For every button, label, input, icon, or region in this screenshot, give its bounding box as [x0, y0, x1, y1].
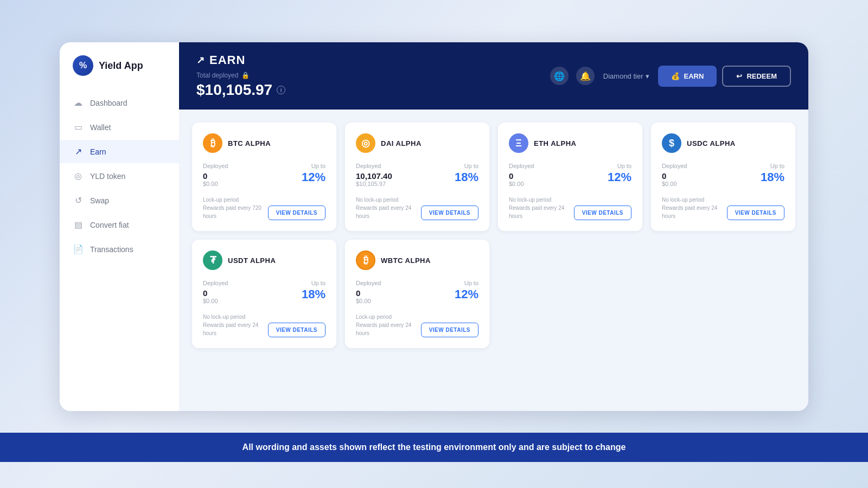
eth-coin-icon: Ξ	[509, 133, 528, 153]
wbtc-lock-info: Lock-up period Rewards paid every 24 hou…	[356, 313, 421, 337]
sidebar-item-convert-fiat[interactable]: ▤ Convert fiat	[60, 213, 179, 236]
header-amount: $10,105.97 i	[196, 81, 285, 99]
cards-grid-row2: ₮ USDT ALPHA Deployed 0 $0.00 Up to	[192, 240, 795, 348]
wbtc-view-details-button[interactable]: VIEW DETAILS	[421, 323, 478, 337]
usdt-up-to-label: Up to	[302, 280, 326, 286]
dai-deployed: Deployed 10,107.40 $10,105.97	[356, 163, 392, 187]
deployed-info-icon: 🔒	[241, 72, 250, 79]
usdt-deployed-usd: $0.00	[203, 298, 228, 304]
sidebar-item-earn[interactable]: ↗ Earn	[60, 140, 179, 163]
earn-button[interactable]: 💰 EARN	[658, 66, 717, 87]
btc-card-body: Deployed 0 $0.00 Up to 12%	[203, 163, 326, 187]
convert-icon: ▤	[73, 220, 84, 230]
eth-lock-info: No lock-up period Rewards paid every 24 …	[509, 196, 574, 220]
dai-percent: 18%	[455, 170, 478, 184]
sidebar-label-dashboard: Dashboard	[90, 99, 127, 107]
sidebar-item-wallet[interactable]: ▭ Wallet	[60, 115, 179, 139]
eth-deployed-label: Deployed	[509, 163, 534, 169]
sidebar-item-yld-token[interactable]: ◎ YLD token	[60, 164, 179, 188]
header-title: ↗ EARN	[196, 53, 285, 67]
btc-view-details-button[interactable]: VIEW DETAILS	[268, 206, 326, 220]
eth-up-to: Up to 12%	[608, 163, 631, 184]
swap-icon: ↺	[73, 195, 84, 206]
chevron-down-icon: ▾	[646, 72, 649, 80]
header-right: 🌐 🔔 Diamond tier ▾ 💰 EARN	[550, 66, 791, 87]
sidebar-logo: % Yield App	[60, 55, 179, 91]
wallet-icon: ▭	[73, 122, 84, 132]
eth-card-title: ETH ALPHA	[534, 139, 576, 147]
bottom-notice: All wording and assets shown reflect the…	[0, 433, 868, 462]
globe-button[interactable]: 🌐	[550, 67, 569, 85]
usdc-deployed: Deployed 0 $0.00	[662, 163, 687, 187]
card-usdc-header: $ USDC ALPHA	[662, 133, 784, 153]
earn-btn-icon: 💰	[671, 72, 680, 80]
eth-percent: 12%	[608, 170, 631, 184]
card-wbtc-header: ₿ WBTC ALPHA	[356, 251, 478, 270]
dai-card-footer: No lock-up period Rewards paid every 24 …	[356, 196, 478, 220]
card-usdt-alpha: ₮ USDT ALPHA Deployed 0 $0.00 Up to	[192, 240, 336, 348]
usdc-deployed-usd: $0.00	[662, 181, 687, 187]
usdt-lock-info: No lock-up period Rewards paid every 24 …	[203, 313, 268, 337]
card-dai-header: ◎ DAI ALPHA	[356, 133, 478, 153]
card-dai-alpha: ◎ DAI ALPHA Deployed 10,107.40 $10,105.9…	[345, 123, 489, 231]
eth-card-footer: No lock-up period Rewards paid every 24 …	[509, 196, 631, 220]
sidebar-nav: ☁ Dashboard ▭ Wallet ↗ Earn ◎ YLD token …	[60, 91, 179, 261]
wbtc-card-title: WBTC ALPHA	[381, 256, 431, 265]
btc-up-to: Up to 12%	[302, 163, 326, 184]
usdt-up-to: Up to 18%	[302, 280, 326, 301]
cards-grid-row1: ₿ BTC ALPHA Deployed 0 $0.00 Up to	[192, 123, 795, 231]
redeem-button[interactable]: ↩ REDEEM	[722, 66, 791, 87]
usdc-coin-icon: $	[662, 133, 681, 153]
usdc-deployed-label: Deployed	[662, 163, 687, 169]
btc-coin-icon: ₿	[203, 133, 222, 153]
eth-deployed-usd: $0.00	[509, 181, 534, 187]
usdt-card-title: USDT ALPHA	[228, 256, 276, 265]
dai-up-to-label: Up to	[455, 163, 478, 169]
usdc-percent: 18%	[761, 170, 784, 184]
card-usdt-header: ₮ USDT ALPHA	[203, 251, 326, 270]
usdt-view-details-button[interactable]: VIEW DETAILS	[268, 323, 326, 337]
cards-area: ₿ BTC ALPHA Deployed 0 $0.00 Up to	[179, 110, 808, 411]
logo-icon: %	[73, 55, 93, 76]
tier-badge[interactable]: Diamond tier ▾	[603, 72, 649, 80]
sidebar-item-dashboard[interactable]: ☁ Dashboard	[60, 91, 179, 114]
header-actions: 💰 EARN ↩ REDEEM	[658, 66, 791, 87]
sidebar-item-transactions[interactable]: 📄 Transactions	[60, 237, 179, 261]
btc-card-title: BTC ALPHA	[228, 139, 271, 147]
dai-deployed-label: Deployed	[356, 163, 392, 169]
btc-deployed-usd: $0.00	[203, 181, 228, 187]
dai-lock-info: No lock-up period Rewards paid every 24 …	[356, 196, 421, 220]
bell-button[interactable]: 🔔	[576, 67, 595, 85]
usdc-card-footer: No lock-up period Rewards paid every 24 …	[662, 196, 784, 220]
dai-coin-icon: ◎	[356, 133, 375, 153]
usdt-deployed-amount: 0	[203, 288, 228, 298]
wbtc-deployed: Deployed 0 $0.00	[356, 280, 381, 304]
card-usdc-alpha: $ USDC ALPHA Deployed 0 $0.00 Up to	[651, 123, 795, 231]
usdc-deployed-amount: 0	[662, 171, 687, 181]
sidebar-label-swap: Swap	[90, 196, 109, 205]
sidebar-label-wallet: Wallet	[90, 123, 111, 132]
usdt-card-body: Deployed 0 $0.00 Up to 18%	[203, 280, 326, 304]
wbtc-deployed-label: Deployed	[356, 280, 381, 286]
card-wbtc-alpha: ₿ WBTC ALPHA Deployed 0 $0.00 Up to	[345, 240, 489, 348]
earn-icon: ↗	[73, 146, 84, 157]
main-content: ↗ EARN Total deployed 🔒 $10,105.97 i	[179, 42, 808, 411]
usdc-up-to: Up to 18%	[761, 163, 784, 184]
eth-deployed-amount: 0	[509, 171, 534, 181]
logo-symbol: %	[79, 61, 87, 70]
bell-icon: 🔔	[580, 71, 591, 81]
amount-info-icon: i	[277, 86, 285, 94]
transactions-icon: 📄	[73, 244, 84, 254]
sidebar-item-swap[interactable]: ↺ Swap	[60, 189, 179, 212]
app-name: Yield App	[99, 60, 143, 72]
usdc-card-title: USDC ALPHA	[687, 139, 736, 147]
eth-view-details-button[interactable]: VIEW DETAILS	[574, 206, 631, 220]
outer-wrapper: % Yield App ☁ Dashboard ▭ Wallet ↗ Earn	[60, 26, 808, 427]
usdt-card-footer: No lock-up period Rewards paid every 24 …	[203, 313, 326, 337]
card-btc-header: ₿ BTC ALPHA	[203, 133, 326, 153]
card-btc-alpha: ₿ BTC ALPHA Deployed 0 $0.00 Up to	[192, 123, 336, 231]
header-icons: 🌐 🔔	[550, 67, 595, 85]
usdc-view-details-button[interactable]: VIEW DETAILS	[727, 206, 784, 220]
sidebar: % Yield App ☁ Dashboard ▭ Wallet ↗ Earn	[60, 42, 179, 411]
dai-view-details-button[interactable]: VIEW DETAILS	[421, 206, 478, 220]
